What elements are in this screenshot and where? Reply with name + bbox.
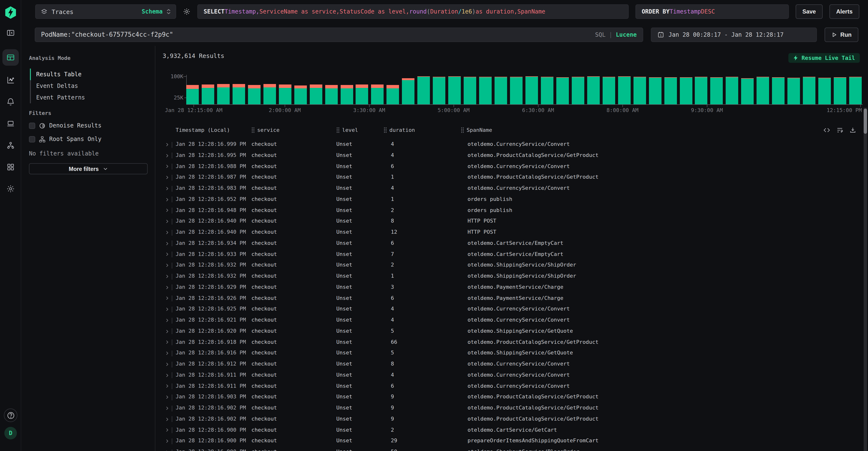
table-row[interactable]: Jan 28 12:28:16.948 PMcheckoutUnset2orde… bbox=[155, 205, 863, 216]
table-row[interactable]: Jan 28 12:28:16.912 PMcheckoutUnset8otel… bbox=[155, 359, 863, 370]
table-row[interactable]: Jan 28 12:28:16.903 PMcheckoutUnset9otel… bbox=[155, 392, 863, 403]
column-header-service[interactable]: service bbox=[251, 127, 280, 133]
histogram-bar[interactable] bbox=[495, 77, 507, 104]
expand-row-icon[interactable] bbox=[165, 315, 172, 326]
histogram-bar[interactable] bbox=[264, 84, 276, 104]
table-row[interactable]: Jan 28 12:28:16.983 PMcheckoutUnset4otel… bbox=[155, 183, 863, 194]
download-icon[interactable] bbox=[849, 126, 857, 134]
drag-grip-icon[interactable] bbox=[383, 127, 387, 133]
histogram-bar[interactable] bbox=[633, 77, 646, 104]
analysis-mode-item[interactable]: Event Patterns bbox=[30, 92, 148, 103]
expand-row-icon[interactable] bbox=[165, 271, 172, 282]
expand-row-icon[interactable] bbox=[165, 194, 172, 205]
column-header-spanname[interactable]: SpanName bbox=[461, 127, 492, 133]
expand-row-icon[interactable] bbox=[165, 392, 172, 403]
histogram-bar[interactable] bbox=[417, 76, 430, 104]
hyperdx-logo-icon[interactable] bbox=[4, 6, 17, 19]
date-range-picker[interactable]: 1 Jan 28 00:28:17 - Jan 28 12:28:17 bbox=[651, 27, 817, 42]
table-row[interactable]: Jan 28 12:28:16.932 PMcheckoutUnset2otel… bbox=[155, 260, 863, 271]
histogram-bar[interactable] bbox=[556, 77, 569, 104]
histogram-bar[interactable] bbox=[217, 84, 230, 104]
denoise-checkbox[interactable] bbox=[29, 122, 35, 129]
nav-service-map-icon[interactable] bbox=[4, 139, 17, 152]
drag-grip-icon[interactable] bbox=[251, 127, 255, 133]
source-selector[interactable]: Traces Schema bbox=[35, 4, 176, 19]
table-row[interactable]: Jan 28 12:28:16.902 PMcheckoutUnset9otel… bbox=[155, 414, 863, 425]
root-spans-option[interactable]: Root Spans Only bbox=[29, 136, 101, 142]
histogram-bar[interactable] bbox=[680, 77, 692, 104]
histogram-bar[interactable] bbox=[726, 77, 739, 104]
histogram-bar[interactable] bbox=[479, 77, 492, 104]
nav-alerts-bell-icon[interactable] bbox=[4, 95, 17, 109]
nav-sessions-laptop-icon[interactable] bbox=[4, 117, 17, 130]
expand-row-icon[interactable] bbox=[165, 227, 172, 238]
expand-row-icon[interactable] bbox=[165, 260, 172, 271]
histogram-bar[interactable] bbox=[402, 78, 415, 104]
table-row[interactable]: Jan 28 12:28:16.900 PMcheckoutUnset50ote… bbox=[155, 447, 863, 451]
table-row[interactable]: Jan 28 12:28:16.929 PMcheckoutUnset3otel… bbox=[155, 282, 863, 293]
expand-row-icon[interactable] bbox=[165, 172, 172, 183]
expand-row-icon[interactable] bbox=[165, 139, 172, 150]
histogram-bar[interactable] bbox=[510, 77, 523, 104]
histogram-bar[interactable] bbox=[464, 77, 476, 104]
analysis-mode-item[interactable]: Event Deltas bbox=[30, 80, 148, 92]
schema-label[interactable]: Schema bbox=[142, 8, 163, 15]
expand-row-icon[interactable] bbox=[165, 326, 172, 337]
histogram-bar[interactable] bbox=[448, 76, 461, 104]
expand-row-icon[interactable] bbox=[165, 161, 172, 172]
histogram-bar[interactable] bbox=[818, 78, 831, 104]
expand-row-icon[interactable] bbox=[165, 359, 172, 370]
table-row[interactable]: Jan 28 12:28:16.918 PMcheckoutUnset66ote… bbox=[155, 337, 863, 348]
histogram-bar[interactable] bbox=[248, 85, 260, 104]
expand-row-icon[interactable] bbox=[165, 150, 172, 161]
table-row[interactable]: Jan 28 12:28:16.999 PMcheckoutUnset4otel… bbox=[155, 139, 863, 150]
expand-row-icon[interactable] bbox=[165, 403, 172, 414]
table-row[interactable]: Jan 28 12:28:16.911 PMcheckoutUnset6otel… bbox=[155, 381, 863, 392]
expand-row-icon[interactable] bbox=[165, 425, 172, 436]
table-row[interactable]: Jan 28 12:28:16.900 PMcheckoutUnset2otel… bbox=[155, 425, 863, 436]
histogram-bar[interactable] bbox=[664, 77, 677, 104]
table-row[interactable]: Jan 28 12:28:16.926 PMcheckoutUnset6otel… bbox=[155, 293, 863, 304]
table-row[interactable]: Jan 28 12:28:16.925 PMcheckoutUnset4otel… bbox=[155, 304, 863, 315]
expand-row-icon[interactable] bbox=[165, 282, 172, 293]
help-icon[interactable] bbox=[4, 408, 18, 422]
histogram-bar[interactable] bbox=[371, 85, 384, 104]
histogram-bar[interactable] bbox=[695, 77, 708, 104]
denoise-results-option[interactable]: Denoise Results bbox=[29, 122, 101, 129]
drag-grip-icon[interactable] bbox=[336, 127, 340, 133]
vertical-scrollbar-thumb[interactable] bbox=[864, 109, 867, 134]
source-settings-gear-icon[interactable] bbox=[183, 8, 191, 16]
histogram-bar[interactable] bbox=[772, 77, 784, 104]
histogram-bar[interactable] bbox=[232, 84, 245, 104]
histogram-bar[interactable] bbox=[849, 77, 862, 104]
analysis-mode-item[interactable]: Results Table bbox=[30, 68, 148, 80]
histogram-bar[interactable] bbox=[803, 77, 815, 104]
histogram-bar[interactable] bbox=[757, 77, 769, 104]
run-button[interactable]: Run bbox=[824, 27, 858, 42]
collapse-sidebar-icon[interactable] bbox=[4, 26, 17, 39]
table-row[interactable]: Jan 28 12:28:16.916 PMcheckoutUnset5otel… bbox=[155, 348, 863, 359]
table-row[interactable]: Jan 28 12:28:16.932 PMcheckoutUnset1otel… bbox=[155, 271, 863, 282]
table-row[interactable]: Jan 28 12:28:16.987 PMcheckoutUnset1otel… bbox=[155, 172, 863, 183]
alerts-button[interactable]: Alerts bbox=[829, 4, 859, 19]
vertical-scrollbar-track[interactable] bbox=[864, 108, 867, 451]
table-row[interactable]: Jan 28 12:28:16.988 PMcheckoutUnset6otel… bbox=[155, 161, 863, 172]
table-row[interactable]: Jan 28 12:28:16.995 PMcheckoutUnset4otel… bbox=[155, 150, 863, 161]
histogram-bar[interactable] bbox=[649, 77, 661, 104]
table-row[interactable]: Jan 28 12:28:16.900 PMcheckoutUnset29pre… bbox=[155, 436, 863, 447]
expand-row-icon[interactable] bbox=[165, 216, 172, 227]
expand-row-icon[interactable] bbox=[165, 249, 172, 260]
table-row[interactable]: Jan 28 12:28:16.934 PMcheckoutUnset6otel… bbox=[155, 238, 863, 249]
histogram-bar[interactable] bbox=[202, 85, 214, 104]
expand-row-icon[interactable] bbox=[165, 238, 172, 249]
histogram-bar[interactable] bbox=[525, 76, 538, 104]
table-row[interactable]: Jan 28 12:28:16.940 PMcheckoutUnset8HTTP… bbox=[155, 216, 863, 227]
histogram-bar[interactable] bbox=[340, 85, 353, 104]
histogram-bar[interactable] bbox=[618, 76, 630, 104]
expand-row-icon[interactable] bbox=[165, 436, 172, 447]
table-row[interactable]: Jan 28 12:28:16.952 PMcheckoutUnset1orde… bbox=[155, 194, 863, 205]
histogram-bar[interactable] bbox=[787, 78, 800, 104]
wrap-text-icon[interactable] bbox=[836, 126, 843, 134]
histogram-bar[interactable] bbox=[541, 77, 553, 104]
select-clause-input[interactable]: SELECT Timestamp, ServiceName as service… bbox=[197, 4, 629, 19]
